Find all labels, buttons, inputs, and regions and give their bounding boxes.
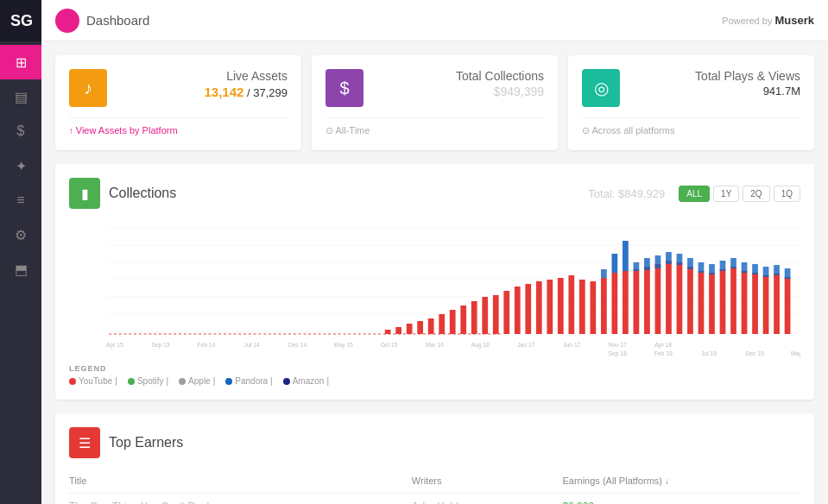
collections-chart-svg: Apr 15 Sep 13 Feb 14 Jul 14 Dec 14 May 1…	[69, 219, 800, 357]
header: Dashboard Powered by Muserk	[41, 0, 828, 41]
svg-text:Oct 15: Oct 15	[381, 342, 398, 348]
chart-title-row: ▮ Collections	[69, 178, 176, 209]
svg-rect-63	[763, 267, 769, 277]
svg-text:Mar 16: Mar 16	[426, 342, 444, 348]
clock-icon: ⊙	[326, 125, 335, 135]
svg-rect-13	[417, 321, 423, 334]
svg-rect-47	[785, 277, 791, 334]
sidebar-item-settings[interactable]: ⚙	[0, 217, 41, 252]
legend-youtube: YouTube |	[69, 376, 117, 386]
chart-total-value: $849,929	[618, 187, 665, 200]
chart-legend: LEGEND YouTube | Spotify | Apple	[69, 364, 800, 386]
spotify-dot	[128, 378, 135, 385]
main-content: Dashboard Powered by Muserk ♪ Live Asset…	[41, 0, 828, 504]
svg-rect-43	[742, 271, 748, 334]
pages-icon: ▤	[15, 89, 28, 105]
chart-title: Collections	[109, 186, 176, 201]
svg-rect-26	[558, 278, 564, 334]
chart-bar-icon: ▮	[69, 178, 100, 209]
apple-dot	[179, 378, 186, 385]
svg-rect-58	[709, 264, 715, 274]
svg-rect-40	[709, 273, 715, 334]
table-row: The One Thing You Can't Replace John Hol…	[69, 494, 800, 505]
sidebar-item-dollar[interactable]: $	[0, 114, 41, 148]
youtube-label: YouTube	[79, 376, 112, 386]
header-title-row: Dashboard	[55, 9, 149, 33]
svg-text:Jul 14: Jul 14	[244, 342, 260, 348]
logo: SG	[0, 0, 41, 41]
chart-area: Apr 15 Sep 13 Feb 14 Jul 14 Dec 14 May 1…	[69, 219, 800, 357]
svg-rect-35	[655, 264, 661, 334]
svg-rect-61	[742, 262, 748, 273]
svg-text:SG: SG	[10, 12, 33, 29]
filter-1y[interactable]: 1Y	[713, 186, 739, 202]
svg-rect-25	[547, 280, 553, 334]
earners-table: Title Writers Earnings (All Platforms) ↓…	[69, 472, 800, 504]
plays-value: 941.7M	[630, 85, 800, 98]
svg-rect-10	[385, 330, 391, 334]
svg-rect-65	[785, 268, 791, 279]
live-assets-total: / 37,299	[247, 86, 288, 99]
sidebar-item-users[interactable]: ✦	[0, 148, 41, 183]
col-writers: Writers	[412, 472, 563, 494]
svg-text:Dec 19: Dec 19	[745, 350, 763, 356]
svg-rect-32	[623, 271, 629, 334]
row-title: The One Thing You Can't Replace	[69, 494, 412, 505]
sidebar-item-dashboard[interactable]: ⊞	[0, 45, 41, 79]
legend-title: LEGEND	[69, 364, 800, 373]
collections-value: $949,399	[374, 85, 544, 98]
svg-rect-15	[439, 314, 445, 334]
amazon-label: Amazon	[293, 376, 325, 386]
svg-rect-48	[601, 269, 607, 278]
filter-all[interactable]: ALL	[679, 186, 710, 202]
svg-rect-11	[395, 327, 401, 334]
pandora-label: Pandora	[235, 376, 268, 386]
apple-label: Apple	[188, 376, 211, 386]
svg-text:Dec 14: Dec 14	[288, 342, 307, 348]
svg-rect-56	[687, 258, 693, 269]
header-dot	[55, 9, 79, 33]
svg-rect-30	[601, 278, 607, 334]
plays-amount: 941.7M	[763, 85, 800, 98]
svg-text:Jul 19: Jul 19	[701, 350, 717, 356]
live-assets-label: Live Assets	[117, 69, 288, 83]
earners-icon: ☰	[69, 427, 100, 458]
svg-text:Sep 13: Sep 13	[151, 342, 170, 349]
legend-amazon: Amazon |	[283, 376, 329, 386]
live-assets-footer: ↑ View Assets by Platform	[69, 117, 288, 135]
dollar-icon: $	[17, 123, 25, 139]
legend-pandora: Pandora |	[225, 376, 272, 386]
filter-1q[interactable]: 1Q	[774, 186, 800, 202]
svg-text:Aug 16: Aug 16	[471, 342, 490, 349]
svg-rect-36	[666, 261, 672, 334]
svg-rect-50	[623, 241, 629, 271]
collections-amount: $949,399	[494, 85, 544, 98]
svg-rect-41	[720, 269, 726, 334]
svg-text:Apr 18: Apr 18	[654, 342, 672, 349]
sidebar-item-list[interactable]: ≡	[0, 183, 41, 217]
live-assets-value: 13,142 / 37,299	[117, 85, 288, 99]
svg-text:May 15: May 15	[334, 342, 353, 349]
svg-text:Nov 17: Nov 17	[609, 342, 627, 348]
svg-rect-59	[720, 261, 726, 271]
plays-footer: ⊙ Across all platforms	[582, 117, 800, 136]
svg-rect-42	[730, 267, 736, 334]
svg-rect-53	[655, 255, 661, 268]
view-assets-link[interactable]: View Assets by Platform	[76, 125, 178, 135]
svg-rect-44	[752, 273, 758, 334]
svg-rect-52	[644, 258, 650, 270]
sidebar-item-export[interactable]: ⬒	[0, 252, 41, 287]
filter-2q[interactable]: 2Q	[743, 186, 769, 202]
svg-rect-57	[698, 262, 705, 273]
top-earners-card: ☰ Top Earners Title Writers Earnings (Al…	[55, 413, 814, 504]
chart-total: Total: $849,929	[588, 187, 665, 200]
svg-rect-18	[471, 301, 477, 334]
sidebar-item-pages[interactable]: ▤	[0, 79, 41, 114]
svg-text:Jan 17: Jan 17	[517, 342, 534, 348]
svg-rect-22	[515, 287, 521, 334]
live-assets-highlight: 13,142	[204, 85, 243, 99]
powered-by: Powered by Muserk	[722, 14, 814, 27]
collections-icon: $	[326, 69, 363, 107]
collections-label: Total Collections	[374, 69, 544, 83]
settings-icon: ⚙	[15, 227, 27, 243]
